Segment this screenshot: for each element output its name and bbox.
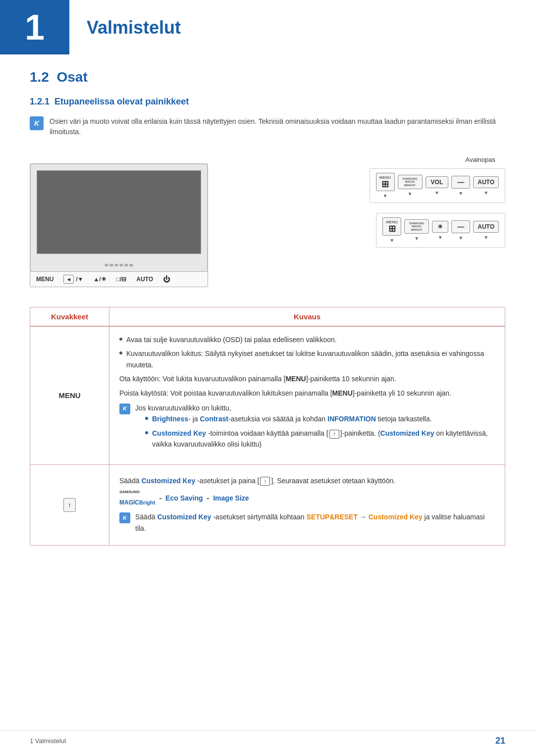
monitor-screen — [37, 170, 201, 254]
customkey-para-1: Säädä Customized Key -asetukset ja paina… — [119, 475, 495, 486]
note-inline-1: K Jos kuvaruutuvalikko on lukittu, Brigh… — [119, 403, 495, 453]
note-bullet-text-1: Brightness- ja Contrast-asetuksia voi sä… — [152, 413, 432, 424]
note-subbullets: Brightness- ja Contrast-asetuksia voi sä… — [135, 413, 495, 450]
note-bullet-text-2: Customized Key -toimintoa voidaan käyttä… — [152, 428, 495, 450]
note-icon-inline-1: K — [119, 403, 130, 414]
eco-separator-1: - — [159, 493, 161, 504]
note-icon: K — [30, 116, 44, 130]
menu-key-2[interactable]: MENU ⊞ — [382, 217, 401, 236]
dash-key-1[interactable]: — — [451, 176, 470, 189]
bullet-dot-1 — [119, 338, 122, 341]
bullet-2: Kuvaruutuvalikon lukitus: Säilytä nykyis… — [119, 348, 495, 370]
image-size-label: Image Size — [213, 493, 249, 504]
menu-icon-cell: MENU — [30, 327, 109, 464]
note-text: Osien väri ja muoto voivat olla erilaisi… — [50, 116, 505, 137]
section-number: 1.2 — [30, 69, 49, 85]
key-panel-1: MENU ⊞ ▼ SAMSUNGMAGICBRIGHT ▼ VOL ▼ — ▼ … — [370, 168, 505, 203]
customkey-content-cell: Säädä Customized Key -asetukset ja paina… — [109, 465, 505, 546]
para-1: Ota käyttöön: Voit lukita kuvaruutuvalik… — [119, 373, 495, 384]
subsection-name: Etupaneelissa olevat painikkeet — [54, 97, 189, 106]
avainopas-label: Avainopas — [466, 156, 495, 163]
blue-dot-2 — [145, 431, 148, 434]
key-panel-2: MENU ⊞ ▼ SAMSUNGMAGICBRIGHT ▼ ☀ ▼ — ▼ AU… — [376, 213, 505, 248]
auto-key-1[interactable]: AUTO — [473, 176, 499, 188]
bullet-1: Avaa tai sulje kuvaruutuvalikko (OSD) ta… — [119, 334, 495, 345]
note-content-2: Säädä Customized Key -asetukset siirtymä… — [135, 511, 495, 534]
eco-separator-2: - — [207, 493, 210, 504]
note-bullet-1: Brightness- ja Contrast-asetuksia voi sä… — [145, 413, 495, 424]
menu-key-1[interactable]: MENU ⊞ — [376, 173, 395, 191]
footer: 1 Valmistelut 21 — [0, 730, 535, 746]
up-arrow-icon-box: ↑ — [63, 498, 76, 512]
header-number-block: 1 — [0, 0, 69, 54]
para-2: Poista käytöstä: Voit poistaa kuvaruutuv… — [119, 388, 495, 399]
table-row-customkey: ↑ Säädä Customized Key -asetukset ja pai… — [30, 464, 505, 546]
samsung-magic-key-2[interactable]: SAMSUNGMAGICBRIGHT — [404, 219, 429, 234]
display-key: □/⊟ — [116, 276, 127, 283]
section-title: 1.2 Osat — [30, 69, 88, 85]
menu-label: MENU — [36, 276, 54, 283]
vol-key[interactable]: VOL — [426, 176, 449, 188]
footer-left: 1 Valmistelut — [30, 737, 66, 745]
eco-row: SAMSUNGMAGICBright - Eco Saving - Image … — [119, 489, 495, 507]
th-kuvaus: Kuvaus — [109, 307, 505, 326]
note-bullet-2: Customized Key -toimintoa voidaan käyttä… — [145, 428, 495, 450]
note2-text: Säädä Customized Key -asetukset siirtymä… — [135, 511, 495, 534]
brightness-key[interactable]: ☀ — [432, 221, 448, 233]
footer-right: 21 — [495, 736, 505, 746]
magic-bright-label: SAMSUNGMAGICBright — [119, 489, 155, 507]
samsung-magic-key-1[interactable]: SAMSUNGMAGICBRIGHT — [398, 175, 423, 190]
th-kuvakkeet: Kuvakkeet — [30, 307, 109, 326]
bullet-text-1: Avaa tai sulje kuvaruutuvalikko (OSD) ta… — [126, 334, 337, 345]
section-name: Osat — [57, 69, 88, 85]
note-intro: Jos kuvaruutuvalikko on lukittu, — [135, 403, 495, 413]
bullet-dot-2 — [119, 352, 122, 354]
menu-content-cell: Avaa tai sulje kuvaruutuvalikko (OSD) ta… — [109, 327, 505, 464]
chapter-number: 1 — [25, 9, 45, 45]
subsection-title: 1.2.1 Etupaneelissa olevat painikkeet — [30, 97, 189, 107]
auto-label: AUTO — [136, 276, 153, 283]
main-table: Kuvakkeet Kuvaus MENU Avaa tai sulje kuv… — [30, 307, 505, 546]
nav-key: ◄/▼ — [63, 275, 83, 284]
subsection-number: 1.2.1 — [30, 97, 50, 106]
auto-key-2[interactable]: AUTO — [473, 221, 499, 233]
bright-key: ▲/☀ — [93, 276, 106, 283]
note-inline-2: K Säädä Customized Key -asetukset siirty… — [119, 511, 495, 534]
dash-key-2[interactable]: — — [451, 220, 470, 233]
table-header-row: Kuvakkeet Kuvaus — [30, 307, 505, 326]
customkey-icon-cell: ↑ — [30, 465, 109, 546]
blue-dot-1 — [145, 417, 148, 420]
note-box: K Osien väri ja muoto voivat olla erilai… — [30, 116, 505, 137]
table-row-menu: MENU Avaa tai sulje kuvaruutuvalikko (OS… — [30, 326, 505, 464]
diagram-area: Avainopas MENU ⊞ ▼ SAMSUNGMAGICBRIGHT ▼ … — [30, 153, 505, 292]
bottom-key-bar: MENU ◄/▼ ▲/☀ □/⊟ AUTO ⏻ — [30, 271, 208, 287]
power-key: ⏻ — [163, 275, 170, 283]
note-icon-inline-2: K — [119, 512, 130, 523]
menu-icon-label: MENU — [58, 391, 80, 400]
monitor-diagram — [30, 163, 208, 272]
eco-saving-label: Eco Saving — [165, 493, 203, 504]
bullet-text-2: Kuvaruutuvalikon lukitus: Säilytä nykyis… — [126, 348, 495, 370]
note-content-1: Jos kuvaruutuvalikko on lukittu, Brightn… — [135, 403, 495, 453]
chapter-title: Valmistelut — [87, 17, 181, 38]
